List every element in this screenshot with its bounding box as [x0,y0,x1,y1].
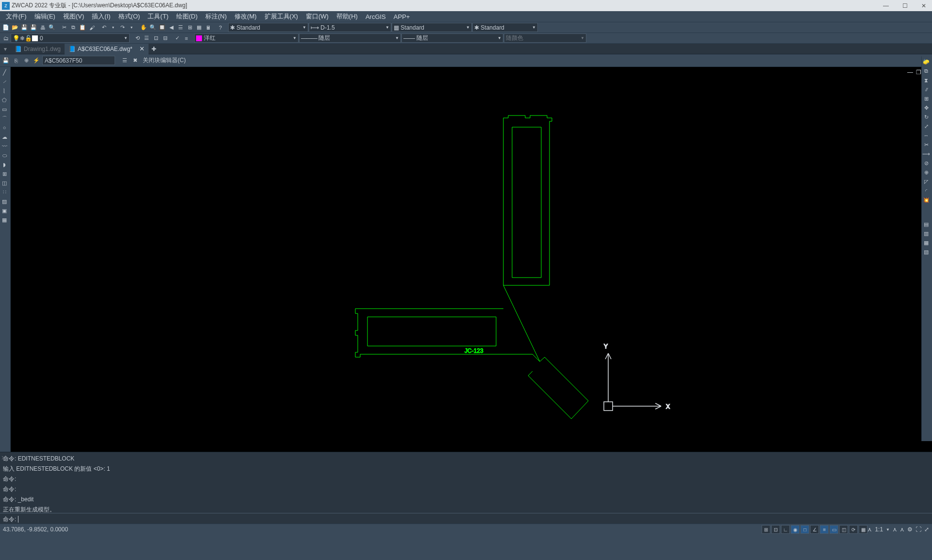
layer-match-icon[interactable]: ≡ [182,34,191,43]
bedit-close-x-icon[interactable]: ✖ [131,56,139,65]
array-icon[interactable]: ⊞ [922,94,931,103]
menu-appplus[interactable]: APP+ [390,12,414,21]
lineweight-dropdown[interactable]: —— 随层 ▼ [401,33,503,43]
table-icon[interactable]: ▦ [0,215,9,224]
osnap-toggle[interactable]: □ [800,525,809,534]
offset-icon[interactable]: ⫽ [922,85,931,94]
menu-arcgis[interactable]: ArcGIS [362,12,390,21]
explode-icon[interactable]: 💥 [922,196,931,204]
menu-modify[interactable]: 修改(M) [231,11,261,22]
circle-icon[interactable]: ○ [0,123,9,132]
erase-icon[interactable]: 🧽 [922,57,931,66]
point-icon[interactable]: ∷ [0,188,9,197]
color-dropdown[interactable]: 洋红 ▼ [194,33,299,43]
toolpal-icon[interactable]: ▦ [195,23,203,32]
ortho-toggle[interactable]: ∟ [781,525,790,534]
zoom-win-icon[interactable]: 🔲 [158,23,166,32]
anno-toggle[interactable]: ▦ [859,525,867,534]
cmdwin-close-icon[interactable]: ✕ [1,453,6,463]
line-icon[interactable]: ╱ [0,68,9,77]
grid-toggle[interactable]: ⊡ [771,525,780,534]
calc-icon[interactable]: 🖩 [204,23,213,32]
command-line[interactable]: 命令: [0,513,932,524]
palette4-icon[interactable]: ▧ [922,247,931,256]
cycle-toggle[interactable]: ⟳ [849,525,858,534]
menu-edit[interactable]: 编辑(E) [31,11,59,22]
revcloud-icon[interactable]: ☁ [0,132,9,141]
open-icon[interactable]: 📂 [11,23,19,32]
dyn-toggle[interactable]: ▭ [830,525,838,534]
region-icon[interactable]: ▣ [0,206,9,215]
layer-iso-icon[interactable]: ⊡ [151,34,160,43]
ellipse-icon[interactable]: ⬭ [0,151,9,160]
layer-state-icon[interactable]: ☰ [142,34,151,43]
tab-active-doc[interactable]: 📘 A$C63EC06AE.dwg* ✕ [65,44,149,54]
bedit-saveas-icon[interactable]: ⎘ [12,56,20,65]
palette2-icon[interactable]: ▥ [922,229,931,238]
break-icon[interactable]: ⊘ [922,159,931,167]
dimstyle-dropdown[interactable]: ⟼ D-1.5 ▼ [309,23,391,32]
new-icon[interactable]: 📄 [1,23,10,32]
new-tab-button[interactable]: ✚ [149,44,159,54]
layer-dropdown[interactable]: 💡 ❄ 🔓 0 ▼ [11,33,130,43]
cut-icon[interactable]: ✂ [60,23,68,32]
pan-icon[interactable]: ✋ [139,23,148,32]
bedit-action-icon[interactable]: ⚡ [32,56,41,65]
bedit-save-icon[interactable]: 💾 [1,56,10,65]
palette1-icon[interactable]: ▤ [922,220,931,229]
designcenter-icon[interactable]: ⊞ [185,23,194,32]
annoauto-icon[interactable]: ⋏ [900,526,904,533]
matchprop-icon[interactable]: 🖌 [87,23,96,32]
palette3-icon[interactable]: ▦ [922,238,931,247]
undo-icon[interactable]: ↶ [100,23,108,32]
menu-express[interactable]: 扩展工具(X) [261,11,302,22]
undo-dd-icon[interactable]: ▾ [109,23,117,32]
layer-mgr-icon[interactable]: 🗂 [1,34,10,43]
menu-format[interactable]: 格式(O) [115,11,144,22]
coords-readout[interactable]: 43.7086, -9.8502, 0.0000 [3,526,762,533]
props-icon[interactable]: ☰ [176,23,185,32]
xline-icon[interactable]: ⟋ [0,77,9,86]
tablestyle-dropdown[interactable]: ▦ Standard ▼ [392,23,472,32]
fillet-icon[interactable]: ◜ [922,186,931,195]
zoom-prev-icon[interactable]: ◀ [167,23,176,32]
save-icon[interactable]: 💾 [20,23,29,32]
menu-dim[interactable]: 标注(N) [201,11,231,22]
tab-close-icon[interactable]: ✕ [139,45,145,52]
zoom-rt-icon[interactable]: 🔍 [149,23,157,32]
paste-icon[interactable]: 📋 [78,23,87,32]
help-icon[interactable]: ? [216,23,225,32]
bedit-attr-icon[interactable]: ☰ [120,56,129,65]
workspace-icon[interactable]: ⚙ [907,526,913,533]
copy-icon[interactable]: ⧉ [69,23,78,32]
preview-icon[interactable]: 🔍 [48,23,56,32]
drawing-canvas[interactable]: — ❐ ✕ JC-123 X [11,67,932,452]
textstyle-dropdown[interactable]: ✱ Standard ▼ [228,23,308,32]
minimize-button[interactable]: — [883,2,889,9]
model-toggle[interactable]: ◫ [839,525,848,534]
cleanscreen-icon[interactable]: ⛶ [915,526,921,533]
copy2-icon[interactable]: ⧉ [922,66,931,75]
menu-file[interactable]: 文件(F) [2,11,31,22]
lwt-toggle[interactable]: ≡ [820,525,829,534]
menu-view[interactable]: 视图(V) [59,11,88,22]
annoscale-dd-icon[interactable]: ▼ [886,527,890,532]
polar-toggle[interactable]: ◉ [791,525,799,534]
annoscale-value[interactable]: 1:1 [875,526,883,533]
tab-drawing1[interactable]: 📘 Drawing1.dwg [11,44,65,54]
bedit-param-icon[interactable]: ⊕ [22,56,31,65]
maximize-button[interactable]: ☐ [902,2,908,9]
stretch-icon[interactable]: ↔ [922,131,931,140]
close-button[interactable]: ✕ [921,2,926,9]
redo-icon[interactable]: ↷ [118,23,127,32]
layer-off-icon[interactable]: ⊟ [161,34,169,43]
annoscale-icon[interactable]: ⋏ [867,526,872,533]
ellipsearc-icon[interactable]: ◗ [0,160,9,169]
redo-dd-icon[interactable]: ▾ [127,23,136,32]
rectangle-icon[interactable]: ▭ [0,105,9,114]
spline-icon[interactable]: 〰 [0,142,9,150]
mirror-icon[interactable]: ⧗ [922,76,931,84]
block-icon[interactable]: ◫ [0,179,9,187]
insert-icon[interactable]: ⊞ [0,169,9,178]
rotate-icon[interactable]: ↻ [922,113,931,121]
